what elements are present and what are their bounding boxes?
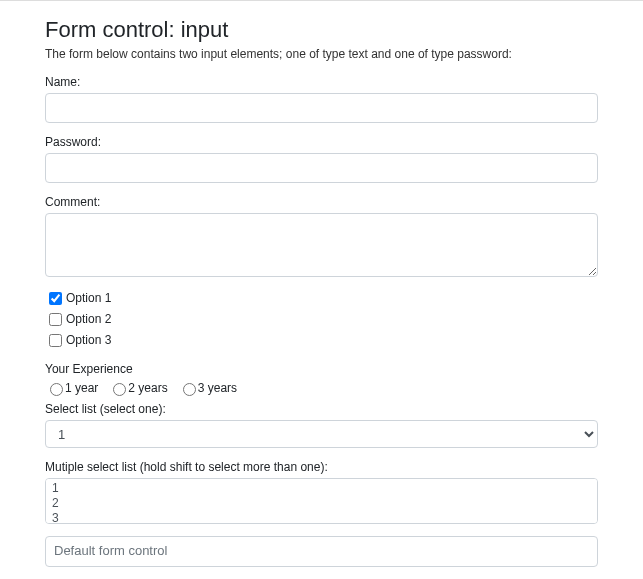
comment-textarea[interactable] <box>45 213 598 277</box>
checkbox-group: Option 1Option 2Option 3 <box>45 289 598 350</box>
multi-option[interactable]: 3 <box>50 511 593 524</box>
checkbox-2[interactable] <box>49 313 62 326</box>
select-one[interactable]: 1 <box>45 420 598 448</box>
checkbox-option-3: Option 3 <box>45 331 598 350</box>
checkbox-label-1: Option 1 <box>66 291 111 305</box>
radio-group: 1 year2 years3 years <box>45 380 598 396</box>
experience-label: Your Experience <box>45 362 598 376</box>
checkbox-label-2: Option 2 <box>66 312 111 326</box>
password-label: Password: <box>45 135 598 149</box>
checkbox-3[interactable] <box>49 334 62 347</box>
radio-3[interactable] <box>183 383 196 396</box>
radio-option-3: 3 years <box>178 381 237 395</box>
checkbox-option-1: Option 1 <box>45 289 598 308</box>
radio-1[interactable] <box>50 383 63 396</box>
name-label: Name: <box>45 75 598 89</box>
checkbox-1[interactable] <box>49 292 62 305</box>
name-input[interactable] <box>45 93 598 123</box>
multi-option[interactable]: 2 <box>50 496 593 511</box>
comment-label: Comment: <box>45 195 598 209</box>
password-input[interactable] <box>45 153 598 183</box>
multiple-label: Mutiple select list (hold shift to selec… <box>45 460 598 474</box>
select-multiple[interactable]: 1234 <box>45 478 598 524</box>
radio-option-1: 1 year <box>45 381 98 395</box>
page-subtitle: The form below contains two input elemen… <box>45 47 598 61</box>
checkbox-label-3: Option 3 <box>66 333 111 347</box>
multi-option[interactable]: 1 <box>50 481 593 496</box>
radio-option-2: 2 years <box>108 381 167 395</box>
checkbox-option-2: Option 2 <box>45 310 598 329</box>
select-label: Select list (select one): <box>45 402 598 416</box>
page-title: Form control: input <box>45 17 598 43</box>
radio-2[interactable] <box>113 383 126 396</box>
default-input[interactable] <box>45 536 598 566</box>
